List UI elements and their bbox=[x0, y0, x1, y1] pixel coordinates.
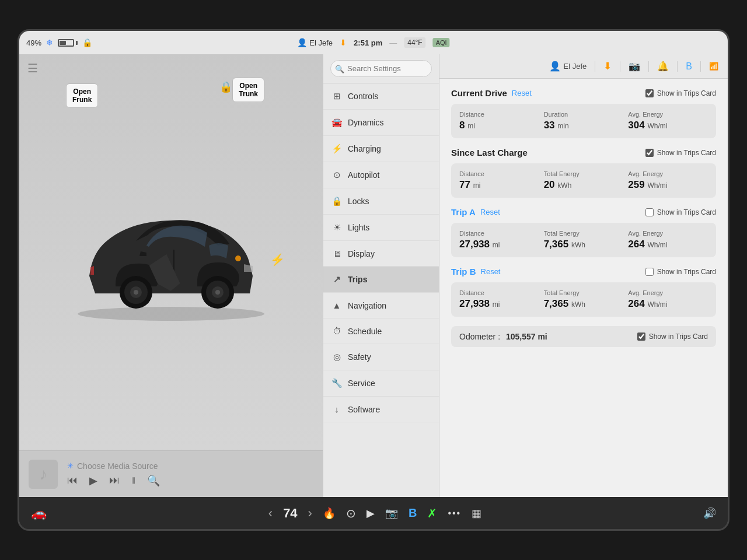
profile-download-icon[interactable]: ⬇ bbox=[603, 60, 612, 72]
odometer-checkbox[interactable] bbox=[637, 332, 645, 341]
settings-item-safety[interactable]: ◎ Safety bbox=[323, 344, 439, 370]
menu-icon[interactable]: ☰ bbox=[27, 61, 38, 75]
media-source-label[interactable]: ✳ Choose Media Source bbox=[67, 461, 160, 471]
trip-b-show-trips: Show in Trips Card bbox=[645, 268, 716, 276]
trip-a-avg-energy: Avg. Energy 264 Wh/mi bbox=[628, 230, 708, 250]
divider5 bbox=[700, 61, 701, 72]
trips-content: Current Drive Reset Show in Trips Card D… bbox=[439, 79, 728, 356]
schedule-icon: ⏱ bbox=[331, 326, 342, 336]
divider2 bbox=[620, 61, 620, 72]
trip-a-header: Trip A Reset Show in Trips Card bbox=[451, 207, 716, 217]
car-image bbox=[60, 183, 282, 323]
prev-button[interactable]: ⏮ bbox=[67, 474, 78, 487]
search-media-button[interactable]: 🔍 bbox=[147, 474, 160, 487]
trip-a-title: Trip A Reset bbox=[451, 207, 500, 217]
odometer-show-trips: Show in Trips Card bbox=[637, 332, 708, 341]
locks-icon: 🔒 bbox=[331, 196, 342, 206]
main-area: ☰ OpenFrunk OpenTrunk 🔒 ⚡ bbox=[19, 54, 728, 497]
taskbar-bluetooth-icon[interactable]: B bbox=[409, 506, 417, 520]
trip-b-title: Trip B Reset bbox=[451, 267, 500, 276]
charging-icon: ⚡ bbox=[270, 253, 285, 267]
next-button[interactable]: ⏭ bbox=[109, 474, 120, 487]
display-icon: 🖥 bbox=[331, 249, 342, 258]
trip-a-stats: Distance 27,938 mi Total Energy 7,365 kW… bbox=[451, 223, 716, 257]
profile-user-name: El Jefe bbox=[564, 62, 587, 71]
svg-point-10 bbox=[235, 256, 241, 261]
trip-b-distance: Distance 27,938 mi bbox=[459, 289, 539, 310]
svg-point-8 bbox=[215, 290, 220, 295]
current-drive-checkbox[interactable] bbox=[645, 89, 654, 97]
divider3 bbox=[648, 61, 649, 72]
trips-icon: ↗ bbox=[331, 274, 342, 285]
navigation-icon: ▲ bbox=[331, 300, 342, 310]
trip-a-total-energy: Total Energy 7,365 kWh bbox=[544, 230, 624, 250]
settings-item-navigation[interactable]: ▲ Navigation bbox=[323, 293, 439, 318]
since-last-charge-checkbox[interactable] bbox=[645, 149, 654, 157]
settings-item-schedule[interactable]: ⏱ Schedule bbox=[323, 318, 439, 344]
software-icon: ↓ bbox=[331, 404, 342, 414]
trip-b-checkbox[interactable] bbox=[645, 268, 654, 276]
trip-a-reset[interactable]: Reset bbox=[480, 208, 500, 216]
profile-user-icon: 👤 bbox=[549, 61, 561, 72]
snowflake-icon: ❄ bbox=[46, 38, 53, 47]
bluetooth-prefix-icon: ✳ bbox=[67, 461, 74, 470]
taskbar-vol-icon[interactable]: 🔊 bbox=[703, 507, 716, 520]
profile-signal-icon: 📶 bbox=[709, 62, 718, 71]
taskbar-car-icon[interactable]: 🚗 bbox=[31, 506, 47, 521]
taskbar-play-icon[interactable]: ▶ bbox=[366, 507, 375, 520]
trip-a-show-trips: Show in Trips Card bbox=[645, 208, 716, 216]
trip-b-reset[interactable]: Reset bbox=[481, 267, 501, 276]
open-trunk-button[interactable]: OpenTrunk bbox=[232, 78, 264, 102]
svg-point-4 bbox=[134, 290, 138, 295]
media-bar: ♪ ✳ Choose Media Source ⏮ ▶ ⏭ ⫴ 🔍 bbox=[19, 450, 323, 497]
taskbar-steering-icon[interactable]: ⊙ bbox=[346, 506, 356, 520]
since-last-charge-show-trips: Show in Trips Card bbox=[645, 149, 716, 157]
settings-item-software[interactable]: ↓ Software bbox=[323, 397, 439, 422]
media-controls: ⏮ ▶ ⏭ ⫴ 🔍 bbox=[67, 474, 160, 487]
controls-icon: ⊞ bbox=[331, 91, 342, 102]
settings-item-locks[interactable]: 🔒 Locks bbox=[323, 188, 439, 215]
search-input[interactable] bbox=[330, 60, 432, 77]
profile-bell-icon[interactable]: 🔔 bbox=[657, 61, 669, 72]
settings-item-display[interactable]: 🖥 Display bbox=[323, 241, 439, 267]
trip-a-checkbox[interactable] bbox=[645, 208, 654, 216]
settings-item-autopilot[interactable]: ⊙ Autopilot bbox=[323, 162, 439, 188]
taskbar-temperature: 74 bbox=[283, 506, 297, 521]
eq-button[interactable]: ⫴ bbox=[131, 475, 135, 486]
settings-item-dynamics[interactable]: 🚘 Dynamics bbox=[323, 110, 439, 136]
trip-b-header: Trip B Reset Show in Trips Card bbox=[451, 267, 716, 276]
current-drive-reset[interactable]: Reset bbox=[512, 89, 532, 97]
settings-item-charging[interactable]: ⚡ Charging bbox=[323, 136, 439, 162]
music-note-icon: ♪ bbox=[29, 460, 58, 489]
since-last-charge-header: Since Last Charge Show in Trips Card bbox=[451, 148, 716, 158]
settings-panel: 🔍 ⊞ Controls 🚘 Dynamics ⚡ Charging bbox=[323, 54, 439, 497]
taskbar-grid-icon[interactable]: ▦ bbox=[472, 507, 481, 520]
autopilot-icon: ⊙ bbox=[331, 170, 342, 180]
settings-item-lights[interactable]: ☀ Lights bbox=[323, 215, 439, 241]
status-divider: — bbox=[389, 38, 397, 47]
profile-bar: 👤 El Jefe ⬇ 📷 🔔 B 📶 bbox=[439, 54, 728, 79]
divider1 bbox=[595, 61, 595, 72]
play-button[interactable]: ▶ bbox=[89, 474, 97, 487]
taskbar-arrow-left[interactable]: ‹ bbox=[268, 506, 273, 521]
divider4 bbox=[677, 61, 678, 72]
open-frunk-button[interactable]: OpenFrunk bbox=[66, 83, 98, 108]
settings-item-trips[interactable]: ↗ Trips bbox=[323, 267, 439, 293]
settings-item-controls[interactable]: ⊞ Controls bbox=[323, 83, 439, 110]
taskbar-heat-icon[interactable]: 🔥 bbox=[323, 507, 336, 520]
taskbar-more-icon[interactable]: ••• bbox=[448, 508, 461, 519]
lights-icon: ☀ bbox=[331, 222, 342, 233]
battery-percent: 49% bbox=[26, 38, 41, 47]
trip-b-stats: Distance 27,938 mi Total Energy 7,365 kW… bbox=[451, 282, 716, 317]
taskbar-camera-icon[interactable]: 📷 bbox=[385, 507, 398, 520]
trip-b-total-energy: Total Energy 7,365 kWh bbox=[544, 289, 624, 310]
settings-item-service[interactable]: 🔧 Service bbox=[323, 370, 439, 397]
taskbar-left: 🚗 bbox=[31, 506, 47, 521]
taskbar-x-icon[interactable]: ✗ bbox=[427, 506, 437, 520]
current-drive-distance: Distance 8 mi bbox=[459, 111, 539, 131]
taskbar-arrow-right[interactable]: › bbox=[308, 506, 312, 521]
search-box: 🔍 bbox=[323, 54, 439, 83]
status-time: 2:51 pm bbox=[354, 38, 382, 47]
profile-bluetooth-icon[interactable]: B bbox=[686, 61, 692, 72]
profile-camera-icon[interactable]: 📷 bbox=[629, 61, 640, 72]
